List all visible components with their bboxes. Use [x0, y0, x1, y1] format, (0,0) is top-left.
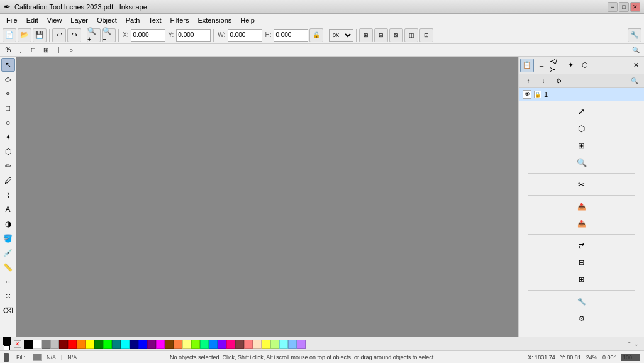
color-swatch[interactable] — [138, 340, 147, 349]
minimize-button[interactable]: − — [608, 2, 618, 12]
more-tool-2[interactable]: ⚙ — [574, 311, 589, 326]
objects-tab[interactable]: ⬡ — [578, 59, 592, 72]
snap-btn-2[interactable]: ⊟ — [374, 28, 388, 42]
menu-view[interactable]: View — [43, 15, 66, 25]
import-tool[interactable]: 📥 — [574, 199, 589, 214]
export-tool[interactable]: 📤 — [574, 216, 589, 231]
color-swatch[interactable] — [121, 340, 130, 349]
zoom-fit-tool[interactable]: 🔍 — [574, 155, 589, 170]
view-toggle[interactable]: 🔍 — [630, 45, 641, 56]
unit-select[interactable]: px mm in — [329, 29, 353, 42]
maximize-button[interactable]: □ — [619, 2, 629, 12]
spray-tool[interactable]: ⁙ — [1, 289, 15, 303]
transform-tool[interactable]: ⇄ — [574, 238, 589, 253]
menu-filters[interactable]: Filters — [167, 15, 193, 25]
color-swatch[interactable] — [182, 340, 191, 349]
selector-tool[interactable]: ↖ — [1, 58, 15, 72]
menu-text[interactable]: Text — [145, 15, 165, 25]
color-swatch[interactable] — [200, 340, 209, 349]
layer-visibility[interactable]: 👁 — [523, 90, 531, 99]
color-swatch[interactable] — [147, 340, 156, 349]
pencil-tool[interactable]: ✏ — [1, 159, 15, 173]
scissors-tool[interactable]: ✂ — [574, 177, 589, 192]
fit-page-tool[interactable]: ⤢ — [574, 104, 589, 119]
close-panel-button[interactable]: ✕ — [629, 59, 643, 72]
snap-bbox[interactable]: □ — [28, 45, 39, 56]
new-button[interactable]: 📄 — [3, 28, 16, 42]
color-swatch[interactable] — [156, 340, 165, 349]
color-swatch[interactable] — [253, 340, 262, 349]
lock-ratio-button[interactable]: 🔒 — [309, 28, 323, 42]
more-tool-1[interactable]: 🔧 — [574, 294, 589, 309]
redo-button[interactable]: ↪ — [67, 28, 81, 42]
zoom-tool[interactable]: ⌖ — [1, 87, 15, 101]
width-input[interactable] — [228, 29, 262, 42]
color-swatch[interactable] — [288, 340, 297, 349]
align-tool[interactable]: ⊟ — [574, 255, 589, 270]
layers-tab[interactable]: ≡ — [535, 59, 548, 72]
measure-tool[interactable]: 📏 — [1, 260, 15, 274]
color-swatch[interactable] — [218, 340, 226, 349]
text-tool[interactable]: A — [1, 203, 15, 216]
color-swatch[interactable] — [77, 340, 86, 349]
color-swatch[interactable] — [50, 340, 59, 349]
save-button[interactable]: 💾 — [33, 28, 47, 42]
status-handle[interactable] — [4, 353, 9, 362]
color-swatch[interactable] — [24, 340, 33, 349]
layer-search-button[interactable]: 🔍 — [628, 74, 641, 88]
snap-grid[interactable]: ⊞ — [40, 45, 52, 56]
toolbox-button[interactable]: 🔧 — [628, 28, 641, 42]
color-swatch[interactable] — [235, 340, 244, 349]
open-button[interactable]: 📂 — [18, 28, 31, 42]
eraser-tool[interactable]: ⌫ — [1, 304, 15, 318]
snap-enable[interactable]: % — [3, 45, 14, 56]
fill-tool[interactable]: 🪣 — [1, 232, 15, 245]
color-swatch[interactable] — [244, 340, 253, 349]
zoom-field[interactable] — [623, 354, 638, 360]
connector-tool[interactable]: ↔ — [1, 275, 15, 289]
3d-box-tool[interactable]: ⬡ — [1, 145, 15, 159]
zoom-input[interactable] — [621, 354, 640, 361]
menu-file[interactable]: File — [3, 15, 21, 25]
symbols-tab[interactable]: ✦ — [564, 59, 577, 72]
add-layer-button[interactable]: ↑ — [521, 74, 535, 88]
distribute-tool[interactable]: ⊞ — [574, 272, 589, 287]
menu-extensions[interactable]: Extensions — [194, 15, 235, 25]
color-swatch[interactable] — [226, 340, 235, 349]
node-tool[interactable]: ◇ — [1, 72, 15, 86]
zoom-in-button[interactable]: 🔍+ — [87, 28, 101, 42]
color-swatch[interactable] — [68, 340, 77, 349]
snap-btn-4[interactable]: ◫ — [404, 28, 418, 42]
snap-btn-3[interactable]: ⊠ — [389, 28, 403, 42]
color-swatch[interactable] — [270, 340, 279, 349]
fill-indicator[interactable] — [3, 337, 11, 345]
snap-btn-5[interactable]: ⊡ — [419, 28, 433, 42]
snap-btn-1[interactable]: ⊞ — [359, 28, 373, 42]
fit-selection-tool[interactable]: ⊞ — [574, 138, 589, 153]
color-swatch[interactable] — [86, 340, 94, 349]
color-swatch[interactable] — [165, 340, 174, 349]
color-swatch[interactable] — [262, 340, 270, 349]
layer-settings-button[interactable]: ⚙ — [552, 74, 565, 88]
remove-layer-button[interactable]: ↓ — [536, 74, 550, 88]
color-swatch[interactable] — [209, 340, 218, 349]
close-button[interactable]: ✕ — [630, 2, 640, 12]
color-swatch[interactable] — [174, 340, 182, 349]
fit-drawing-tool[interactable]: ⬡ — [574, 121, 589, 136]
stroke-indicator[interactable] — [4, 345, 10, 351]
menu-layer[interactable]: Layer — [67, 15, 92, 25]
rect-tool[interactable]: □ — [1, 101, 15, 115]
snap-object[interactable]: ○ — [65, 45, 77, 56]
undo-button[interactable]: ↩ — [52, 28, 66, 42]
color-swatch[interactable] — [279, 340, 288, 349]
pages-tab[interactable]: 📋 — [520, 59, 534, 72]
layer-lock[interactable]: 🔒 — [534, 91, 541, 98]
color-swatch[interactable] — [42, 340, 50, 349]
xml-tab[interactable]: ≺/≻ — [549, 59, 563, 72]
x-input[interactable] — [131, 29, 165, 42]
height-input[interactable] — [274, 29, 308, 42]
fill-color-preview[interactable] — [33, 354, 42, 361]
no-color-btn[interactable]: ✕ — [14, 340, 21, 348]
star-tool[interactable]: ✦ — [1, 130, 15, 144]
color-swatch[interactable] — [297, 340, 306, 349]
